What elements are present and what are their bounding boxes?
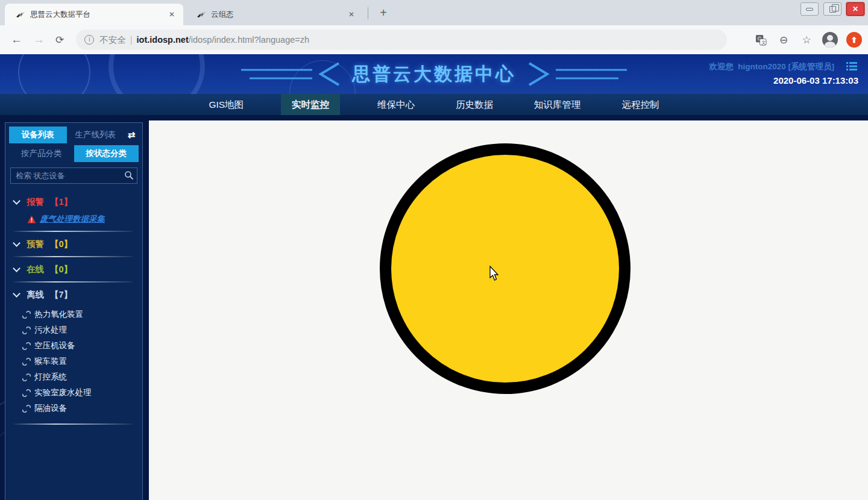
restore-icon [829, 6, 836, 13]
unlink-icon [22, 358, 31, 366]
tab-production-line-list[interactable]: 生产线列表 [67, 127, 125, 143]
bookmark-star-icon[interactable]: ☆ [799, 33, 814, 47]
tab-title: 云组态 [211, 10, 346, 20]
toolbar-right-icons: G文 ⊖ ☆ ⬆ [753, 25, 862, 54]
page-title: 思普云大数据中心 [352, 62, 516, 87]
tree-label-online: 在线 [27, 264, 44, 275]
tab-device-list[interactable]: 设备列表 [9, 127, 67, 143]
tree-label-offline: 离线 [27, 289, 44, 301]
page-body: 设备列表 生产线列表 ⇄ 按产品分类 按状态分类 报警 【1】 [0, 115, 868, 500]
url-host: iot.idosp.net [137, 35, 189, 45]
offline-device-row[interactable]: 隔油设备 [22, 401, 139, 416]
tab-favicon-icon [16, 10, 25, 19]
nav-item-maintenance[interactable]: 维保中心 [374, 94, 418, 115]
tab-title: 思普云大数据平台 [30, 10, 166, 20]
chevron-down-icon[interactable] [13, 264, 20, 272]
zoom-out-icon[interactable]: ⊖ [776, 33, 791, 47]
tab-close-icon[interactable]: ✕ [166, 9, 177, 20]
tab-separator [368, 7, 368, 19]
section-divider [14, 281, 133, 283]
unlink-icon [22, 405, 31, 413]
window-minimize-button[interactable] [800, 2, 819, 16]
subtab-by-status[interactable]: 按状态分类 [74, 145, 139, 162]
offline-device-row[interactable]: 猴车装置 [22, 354, 139, 369]
chevron-down-icon[interactable] [13, 197, 20, 205]
offline-device-label: 隔油设备 [34, 403, 67, 414]
nav-item-gis[interactable]: GIS地图 [205, 94, 247, 115]
alarm-device-row[interactable]: 废气处理数据采集 [27, 214, 139, 225]
tree-section-online[interactable]: 在线 【0】 [13, 262, 139, 277]
nav-item-knowledge[interactable]: 知识库管理 [530, 94, 585, 115]
section-divider [14, 423, 133, 425]
reload-button[interactable]: ⟳ [55, 34, 64, 46]
browser-toolbar: ← → ⟳ i 不安全|iot.idosp.net/idosp/index.ht… [0, 25, 868, 54]
offline-device-row[interactable]: 实验室废水处理 [22, 385, 139, 401]
unlink-icon [22, 311, 31, 319]
svg-text:文: 文 [761, 40, 766, 45]
nav-item-remote-control[interactable]: 远程控制 [618, 94, 663, 115]
search-icon[interactable] [124, 170, 134, 183]
status-circle[interactable] [380, 143, 631, 394]
browser-tab-strip: 思普云大数据平台 ✕ 云组态 ✕ + ✕ [0, 0, 868, 25]
chevron-down-icon[interactable] [13, 290, 20, 298]
nav-item-realtime-monitor[interactable]: 实时监控 [281, 94, 340, 115]
address-bar[interactable]: i 不安全|iot.idosp.net/idosp/index.html?lan… [76, 30, 727, 50]
new-tab-button[interactable]: + [375, 5, 392, 22]
security-label: 不安全 [99, 35, 126, 45]
page-header: 思普云大数据中心 欢迎您 hignton2020 [系统管理员] 2020-06… [0, 54, 868, 94]
title-right-decoration [524, 62, 627, 86]
title-left-decoration [241, 62, 344, 86]
extension-button[interactable]: ⬆ [846, 32, 862, 48]
url-divider: | [126, 35, 137, 45]
offline-device-label: 实验室废水处理 [34, 387, 92, 398]
device-sidebar: 设备列表 生产线列表 ⇄ 按产品分类 按状态分类 报警 【1】 [5, 122, 143, 500]
username: hignton2020 [系统管理员] [738, 62, 834, 71]
tree-label-warning: 预警 [27, 239, 44, 250]
browser-tab-1[interactable]: 思普云大数据平台 ✕ [5, 4, 183, 25]
tree-count-offline: 【7】 [50, 289, 72, 301]
offline-device-label: 猴车装置 [34, 356, 67, 367]
page-info-icon[interactable]: i [84, 35, 94, 45]
browser-tab-2[interactable]: 云组态 ✕ [186, 4, 363, 25]
page-viewport: 思普云大数据中心 欢迎您 hignton2020 [系统管理员] 2020-06… [0, 54, 868, 500]
menu-list-icon[interactable] [846, 61, 857, 73]
subtab-by-product[interactable]: 按产品分类 [9, 145, 74, 162]
tree-section-offline[interactable]: 离线 【7】 [13, 287, 139, 302]
warning-triangle-icon [27, 215, 36, 223]
unlink-icon [22, 327, 31, 334]
swap-icon[interactable]: ⇄ [124, 130, 139, 140]
offline-device-label: 空压机设备 [34, 340, 75, 351]
unlink-icon [22, 342, 31, 350]
chevron-down-icon[interactable] [13, 239, 20, 247]
welcome-text: 欢迎您 hignton2020 [系统管理员] [709, 61, 834, 72]
url-text: 不安全|iot.idosp.net/idosp/index.html?langu… [99, 34, 309, 46]
offline-device-row[interactable]: 污水处理 [22, 322, 139, 338]
offline-device-label: 灯控系统 [34, 372, 67, 383]
tree-section-warning[interactable]: 预警 【0】 [13, 237, 139, 251]
welcome-prefix: 欢迎您 [709, 62, 734, 71]
device-status-tree: 报警 【1】 废气处理数据采集 预警 【0】 在线 【0】 [9, 195, 139, 425]
translate-icon[interactable]: G文 [753, 33, 768, 47]
window-restore-button[interactable] [823, 2, 841, 16]
offline-device-row[interactable]: 空压机设备 [22, 338, 139, 354]
offline-device-row[interactable]: 热力氧化装置 [22, 307, 139, 322]
back-button[interactable]: ← [11, 33, 22, 46]
tree-section-alarm[interactable]: 报警 【1】 [13, 195, 139, 209]
minimize-icon [806, 8, 813, 11]
url-path: /idosp/index.html?language=zh [189, 35, 309, 45]
tree-label-alarm: 报警 [27, 196, 44, 208]
offline-device-row[interactable]: 灯控系统 [22, 369, 139, 385]
unlink-icon [22, 373, 31, 381]
search-input[interactable] [10, 167, 137, 184]
tree-count-online: 【0】 [50, 264, 72, 275]
mouse-cursor [489, 266, 500, 281]
alarm-device-link[interactable]: 废气处理数据采集 [40, 214, 105, 225]
forward-button[interactable]: → [33, 33, 45, 46]
window-close-button[interactable]: ✕ [846, 2, 864, 16]
profile-avatar[interactable] [822, 32, 838, 48]
tab-close-icon[interactable]: ✕ [346, 9, 357, 20]
monitor-canvas[interactable] [149, 120, 868, 500]
unlink-icon [22, 389, 31, 397]
nav-item-history[interactable]: 历史数据 [452, 94, 497, 115]
section-divider [14, 231, 133, 232]
